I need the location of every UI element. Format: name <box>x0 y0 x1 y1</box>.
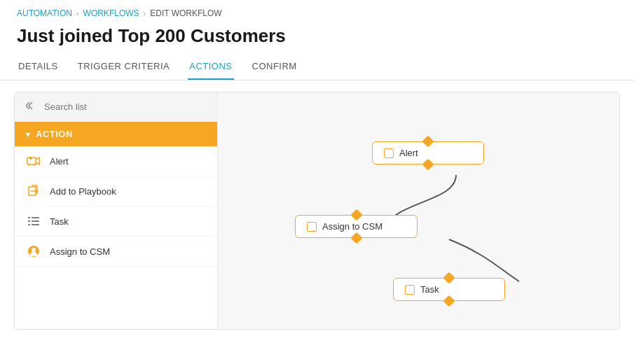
sidebar-action-group[interactable]: ▾ ACTION <box>15 122 217 146</box>
breadcrumb-sep-1: › <box>76 9 79 18</box>
csm-icon <box>26 244 41 259</box>
node-alert-label: Alert <box>399 148 418 158</box>
breadcrumb-current: EDIT WORKFLOW <box>150 8 221 18</box>
playbook-label: Add to Playbook <box>50 186 116 197</box>
sidebar-item-csm[interactable]: Assign to CSM <box>15 237 217 267</box>
node-csm-label: Assign to CSM <box>322 221 383 232</box>
sidebar-item-task[interactable]: Task <box>15 206 217 237</box>
node-csm-top-connector <box>350 209 362 221</box>
sidebar-item-alert[interactable]: Alert <box>15 146 217 176</box>
task-label: Task <box>50 216 69 227</box>
tab-trigger[interactable]: TRIGGER CRITERIA <box>76 55 172 80</box>
node-csm-icon <box>307 222 317 232</box>
content-area: ▾ ACTION Alert <box>14 92 620 330</box>
breadcrumb-automation[interactable]: AUTOMATION <box>17 8 72 18</box>
page-title: Just joined Top 200 Customers <box>0 22 634 55</box>
node-csm-bottom-connector <box>350 232 362 244</box>
node-alert-icon <box>384 148 394 158</box>
task-icon <box>26 214 41 229</box>
node-task-label: Task <box>420 284 439 295</box>
tabs-bar: DETAILS TRIGGER CRITERIA ACTIONS CONFIRM <box>0 55 634 80</box>
tab-confirm[interactable]: CONFIRM <box>251 55 298 80</box>
node-alert[interactable]: Alert <box>372 141 484 164</box>
node-alert-bottom-connector <box>422 159 434 171</box>
tab-actions[interactable]: ACTIONS <box>188 55 233 80</box>
alert-icon <box>26 153 41 169</box>
node-task-icon <box>405 285 415 295</box>
node-assign-csm[interactable]: Assign to CSM <box>295 215 418 238</box>
tab-details[interactable]: DETAILS <box>17 55 60 80</box>
sidebar: ▾ ACTION Alert <box>15 92 218 329</box>
node-task-bottom-connector <box>443 295 455 307</box>
svg-point-12 <box>32 248 36 252</box>
sidebar-item-playbook[interactable]: Add to Playbook <box>15 176 217 206</box>
breadcrumb-sep-2: › <box>144 9 146 18</box>
action-group-label: ACTION <box>36 129 73 139</box>
sidebar-collapse-button[interactable] <box>23 99 39 114</box>
csm-label: Assign to CSM <box>50 246 110 257</box>
breadcrumb: AUTOMATION › WORKFLOWS › EDIT WORKFLOW <box>0 0 634 22</box>
chevron-down-icon: ▾ <box>26 130 30 139</box>
node-alert-top-connector <box>422 136 434 148</box>
alert-label: Alert <box>50 156 69 167</box>
collapse-icon <box>26 101 36 111</box>
canvas-area: Alert Assign to CSM Task <box>218 92 619 329</box>
sidebar-header <box>15 92 217 122</box>
breadcrumb-workflows[interactable]: WORKFLOWS <box>83 8 139 18</box>
svg-point-1 <box>29 157 32 160</box>
playbook-icon <box>26 183 41 199</box>
node-task[interactable]: Task <box>393 278 505 301</box>
node-task-top-connector <box>443 272 455 284</box>
search-input[interactable] <box>44 102 209 112</box>
